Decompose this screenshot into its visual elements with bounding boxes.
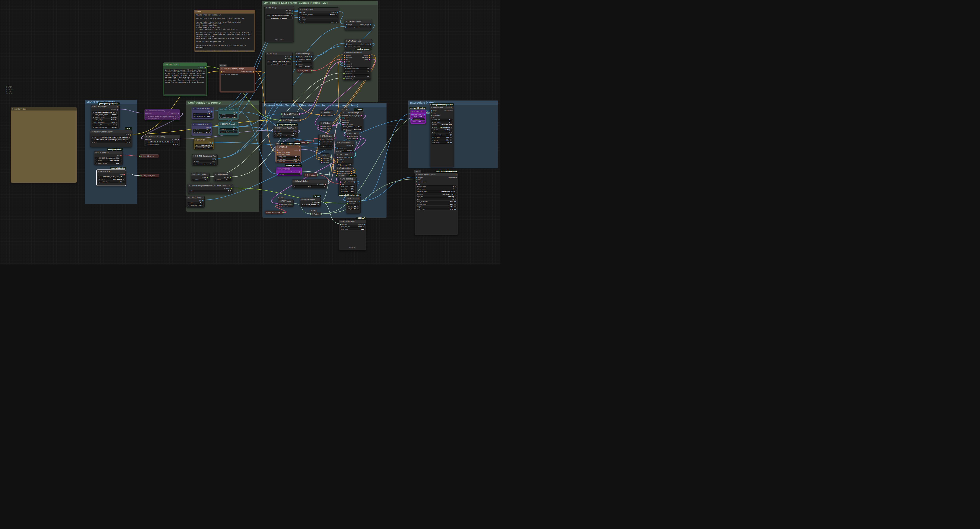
node-status-dot[interactable] <box>215 174 216 175</box>
video-combine-24fps-out-Filenames[interactable] <box>455 177 457 178</box>
ltxv-add-guide-multi-in-image_2[interactable] <box>344 66 345 67</box>
widget[interactable]: ◀l... LTX-2\ltx-2-19b-distilled-lora-384… <box>145 141 179 143</box>
cfg-guider-in-negative[interactable] <box>337 162 338 163</box>
ltxv-crop-guides-header[interactable]: LTXVCropG... <box>320 154 330 157</box>
node-help-icon[interactable]: ? <box>299 146 300 148</box>
node-status-dot[interactable] <box>141 156 142 157</box>
video-combine-48fps-header[interactable]: Video Combine✇ⓋⒽⓈ? <box>430 106 453 109</box>
ltxv-conditioning-header[interactable]: LTXVConditioning <box>336 167 353 170</box>
widget[interactable]: ◀dequant_dtypedefault▶ <box>92 116 118 118</box>
widget[interactable]: ◀patch_dtypedefault▶ <box>92 119 118 121</box>
node-status-dot[interactable] <box>346 21 347 22</box>
toggle-knob[interactable] <box>116 122 118 123</box>
ltxv-conditioning-in-positive[interactable] <box>337 171 338 172</box>
conditioning-zero-out-header[interactable]: ConditioningZeroOut <box>320 111 334 114</box>
ltxv-normalizing-sampler[interactable]: LTXVNormalizingSamplernoisedenoised_outp… <box>341 111 363 130</box>
widget[interactable]: ◀lcm▶ <box>293 185 326 187</box>
collapsed-input-dot[interactable] <box>139 175 140 176</box>
widget[interactable]: ◀. LTX-2\LTX2_video_vae_bf16.safetensors… <box>95 157 121 159</box>
config-seed-out-INT[interactable] <box>212 143 213 144</box>
config-compression-artifacts[interactable]: CONFIG CompressionArtifacts (I2V)INT◀val… <box>192 154 218 165</box>
ltxv-empty-latent-audio-header[interactable]: LTXV Empty Latent Audio <box>318 134 334 138</box>
markdown-note[interactable]: Markdown Note <box>11 107 77 183</box>
widget[interactable]: ◀frame_idx_2-1▶ <box>344 75 370 77</box>
ltxv-audio-vae-decode-in-Audio VAE[interactable] <box>279 206 280 207</box>
node-status-dot[interactable] <box>92 106 94 107</box>
random-noise-in-noise_seed[interactable] <box>337 148 338 149</box>
toggle-knob[interactable] <box>454 209 456 210</box>
last-image-preview[interactable] <box>266 66 292 100</box>
upscale-image-last-header[interactable]: Upscale Image <box>295 52 313 55</box>
node-status-dot[interactable] <box>188 197 189 198</box>
widget[interactable]: ◀loop_count0▶ <box>416 188 457 190</box>
config-compression-artifacts-out-INT[interactable] <box>215 159 216 160</box>
ltxv-preprocess-2-in-img_compression[interactable] <box>345 46 346 47</box>
manual-sigmas-header[interactable]: ManualSigmas <box>300 198 320 201</box>
ltxv-normalizing-sampler-in-sigmas[interactable] <box>342 122 344 123</box>
node-status-dot[interactable] <box>346 40 347 41</box>
manual-sigmas[interactable]: ManualSigmasSIGMAS1., 0.99375, 0.9875, 0… <box>300 198 321 207</box>
fl-rife-frame-interpolation-header[interactable]: FL RIFE Frame Interpolation <box>410 110 426 113</box>
conditioning-zero-out-in-conditioning[interactable] <box>321 115 322 116</box>
sigmas-preview-in-sigmas[interactable] <box>340 224 341 225</box>
node-status-dot[interactable] <box>281 119 282 121</box>
node-status-dot[interactable] <box>298 70 299 71</box>
config-compression-artifacts-header[interactable]: CONFIG CompressionArtifacts (I2V) <box>192 154 217 157</box>
widget[interactable]: ◀cropcenter▶ <box>296 66 312 68</box>
gguf-loader-kj[interactable]: GGUFLoaderKJ?MODEL◀LTX-2\ltx-2-19b-disti… <box>91 105 119 129</box>
widget[interactable]: pingpongfalse <box>431 139 453 141</box>
note-header[interactable]: Note <box>194 10 255 13</box>
ltx2-nag-in-model[interactable] <box>277 149 278 151</box>
config-framerate-header[interactable]: CONFIG FrameRate <box>218 108 238 111</box>
config-prompt[interactable]: CONFIG PromptSTRINGSmooth continuous cam… <box>163 62 207 96</box>
upscale-image-last[interactable]: Upscale ImageimageIMAGE◀upscale_methodla… <box>295 52 313 69</box>
sigmas-preview-header[interactable]: SigmasPreview <box>339 220 366 223</box>
collapsed-output-dot[interactable] <box>299 119 301 121</box>
widget-input-pill[interactable]: frame_rate <box>320 143 332 145</box>
collapsed-output-dot[interactable] <box>307 142 309 143</box>
comfyui-graph-canvas[interactable]: I2V / First to Last Frame (Bypass if doi… <box>0 0 500 265</box>
ltxv-add-guide-multi-in-negative[interactable] <box>344 57 345 58</box>
collapsed-input-dot[interactable] <box>280 113 282 115</box>
clip-text-encode-negative-header[interactable]: CLIP Text Encode (Prompt) <box>220 67 255 70</box>
video-combine-24fps-in-images[interactable] <box>416 177 417 178</box>
widget[interactable]: ◀LTX-2\ltx-2-19b-distilled_Q4_K_M.gguf▶ <box>92 111 118 113</box>
config-framecount[interactable]: CONFIG FrameCountINT◀value241▶◀control a… <box>218 122 239 135</box>
ltxv-preprocess-2-in-image[interactable] <box>346 43 347 44</box>
get-audio-vae-bottom[interactable]: Get_audio_vae <box>265 211 283 214</box>
widget[interactable]: ◀cropcenter▶ <box>299 21 338 22</box>
widget[interactable]: ◀devicemain_device▶ <box>95 159 121 162</box>
cfg-guider-out-GUIDER[interactable] <box>351 157 352 158</box>
widget[interactable]: ◀formatvideo/h264-mp4▶ <box>416 193 457 195</box>
fl-rife-frame-interpolation-out-IMAGE[interactable] <box>424 114 425 115</box>
upscale-image-last-out-IMAGE[interactable] <box>311 56 312 57</box>
ltxv-normalizing-sampler-in-guider[interactable] <box>342 118 344 119</box>
widget[interactable]: ◀crf19▶ <box>416 198 457 200</box>
node-status-dot[interactable] <box>321 112 322 113</box>
widget[interactable]: img_compression <box>345 26 371 28</box>
node-status-dot[interactable] <box>343 112 344 113</box>
markdown-note-header[interactable]: Markdown Note <box>11 107 76 111</box>
node-status-dot[interactable] <box>278 168 279 170</box>
widget[interactable]: frames_number <box>318 140 332 143</box>
node-status-dot[interactable] <box>221 68 222 69</box>
ltxv-conditioning-in-negative[interactable] <box>337 173 338 174</box>
dual-clip-loader-gguf-header[interactable]: DualCLIPLoader (GGUF) <box>91 130 132 133</box>
widget[interactable]: ◀attention_overridesdpa▶ <box>92 126 118 128</box>
select-images-out-IMAGE[interactable] <box>359 201 360 202</box>
dual-clip-loader-gguf[interactable]: DualCLIPLoader (GGUF)CLIP◀clip_name1LTX-… <box>90 130 132 147</box>
widget-input-pill[interactable]: multiplier <box>412 118 425 120</box>
ltx2-nag-header[interactable]: LTX2 NAG? <box>275 145 301 149</box>
node-status-dot[interactable] <box>195 139 196 140</box>
ltxv-normalizing-sampler-out-denoised_output[interactable] <box>361 115 362 116</box>
node-status-dot[interactable] <box>193 124 194 125</box>
collapsed-output-dot[interactable] <box>320 213 322 215</box>
get-video-vae-i2v[interactable]: Get_video_vae <box>297 69 312 72</box>
lora-loader-distilled-in-model[interactable] <box>145 139 146 140</box>
collapsed-output-dot[interactable] <box>282 212 284 213</box>
widget[interactable]: trim_to_audiofalse <box>416 203 457 205</box>
node-status-dot[interactable] <box>337 154 338 155</box>
widget[interactable]: ◀strength_model-0.30▶ <box>145 143 179 146</box>
gguf-loader-kj-header[interactable]: GGUFLoaderKJ? <box>91 105 119 108</box>
widget[interactable]: ◀overlap64▶ <box>340 188 355 190</box>
